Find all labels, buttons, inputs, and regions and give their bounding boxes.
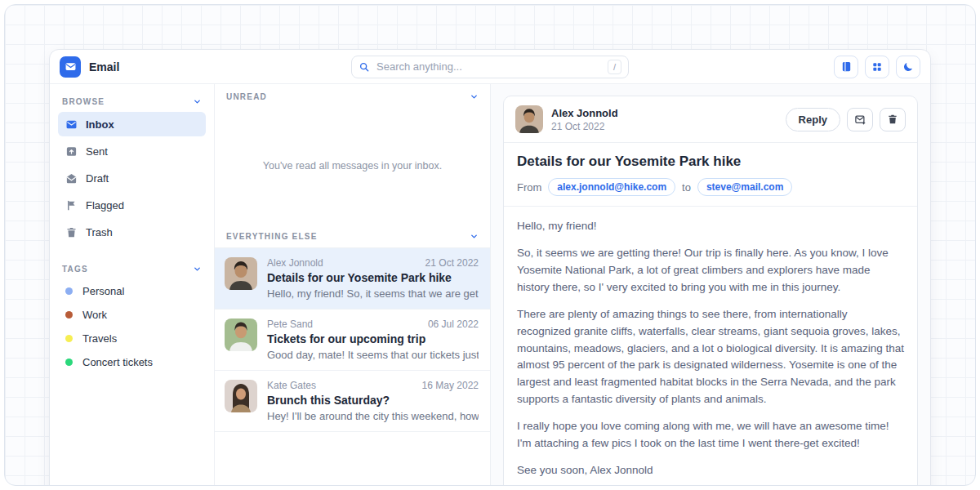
email-list-item-kate[interactable]: Kate Gates 16 May 2022 Brunch this Satur…: [215, 371, 490, 432]
tag-color-dot: [65, 287, 73, 295]
sidebar-item-flagged[interactable]: Flagged: [58, 193, 206, 217]
sidebar-item-label: Inbox: [86, 118, 114, 131]
tag-item-personal[interactable]: Personal: [58, 279, 206, 303]
browse-section-header: Browse: [58, 91, 206, 112]
body-paragraph: Hello, my friend!: [517, 218, 904, 235]
unread-empty-text: You've read all messages in your inbox.: [263, 160, 442, 172]
tag-label: Work: [82, 309, 107, 321]
email-date: 21 Oct 2022: [425, 257, 479, 269]
email-list-column: Unread You've read all messages in your …: [215, 84, 491, 486]
body-paragraph: I really hope you love coming along with…: [517, 418, 904, 452]
brand: Email: [60, 56, 239, 78]
tag-label: Travels: [82, 332, 117, 345]
avatar: [225, 257, 257, 290]
email-date: 06 Jul 2022: [428, 318, 479, 330]
email-subject: Brunch this Saturday?: [267, 394, 479, 407]
detail-subject: Details for our Yosemite Park hike: [517, 154, 904, 170]
sidebar: Browse Inbox Sent Draft: [50, 84, 215, 486]
body-paragraph: So, it seems we are getting there! Our t…: [517, 245, 904, 296]
apps-grid-button[interactable]: [865, 56, 889, 78]
avatar: [225, 380, 257, 412]
email-rows: Alex Jonnold 21 Oct 2022 Details for our…: [215, 247, 490, 432]
from-to-row: From alex.jonnold@hike.com to steve@mail…: [517, 178, 904, 196]
email-list-item-pete[interactable]: Pete Sand 06 Jul 2022 Tickets for our up…: [215, 310, 490, 371]
reply-button[interactable]: Reply: [786, 108, 840, 131]
tag-item-concert-tickets[interactable]: Concert tickets: [58, 350, 206, 374]
tag-label: Concert tickets: [82, 356, 153, 368]
avatar: [515, 105, 543, 133]
email-subject: Details for our Yosemite Park hike: [267, 271, 479, 284]
mail-forward-icon: [854, 114, 866, 126]
header-actions: [741, 56, 920, 78]
dark-mode-moon-button[interactable]: [896, 56, 920, 78]
draft-icon: [65, 172, 78, 185]
email-detail-card: Alex Jonnold 21 Oct 2022 Reply: [503, 96, 918, 486]
sent-icon: [65, 145, 78, 158]
detail-header: Alex Jonnold 21 Oct 2022 Reply: [504, 96, 917, 142]
to-address-chip[interactable]: steve@mail.com: [697, 178, 792, 196]
email-list-item-alex[interactable]: Alex Jonnold 21 Oct 2022 Details for our…: [215, 248, 490, 310]
app-title: Email: [89, 60, 119, 74]
app-header: Email /: [50, 50, 930, 84]
main-layout: Browse Inbox Sent Draft: [50, 84, 930, 486]
sidebar-item-label: Sent: [86, 145, 108, 158]
subject-block: Details for our Yosemite Park hike From …: [504, 143, 917, 206]
inbox-icon: [65, 118, 78, 131]
email-preview: Good day, mate! It seems that our ticket…: [267, 349, 479, 361]
sidebar-item-draft[interactable]: Draft: [58, 166, 206, 190]
search-bar[interactable]: /: [351, 56, 629, 78]
email-sender: Alex Jonnold: [267, 257, 323, 269]
tags-label: Tags: [62, 265, 88, 274]
email-sender: Kate Gates: [267, 380, 316, 391]
search-area: /: [239, 56, 741, 78]
trash-icon: [65, 226, 78, 238]
avatar: [225, 318, 257, 351]
book-button[interactable]: [834, 56, 858, 78]
search-input[interactable]: [376, 60, 601, 73]
search-icon: [359, 61, 370, 73]
tag-color-dot: [65, 335, 73, 342]
page-background: Email /: [4, 4, 976, 486]
unread-section-header: Unread: [215, 84, 490, 108]
detail-sender-name: Alex Jonnold: [551, 107, 618, 119]
from-label: From: [517, 181, 541, 194]
tag-color-dot: [65, 311, 73, 318]
email-preview: Hello, my friend! So, it seems that we a…: [267, 287, 479, 300]
unread-empty-state: You've read all messages in your inbox.: [215, 108, 490, 224]
forward-email-button[interactable]: [847, 108, 873, 131]
email-logo-icon: [60, 56, 81, 78]
body-paragraph: See you soon, Alex Jonnold: [517, 462, 904, 479]
email-body: Hello, my friend! So, it seems we are ge…: [504, 207, 917, 486]
tag-label: Personal: [82, 285, 124, 297]
delete-email-button[interactable]: [880, 108, 906, 131]
tags-chevron-down-icon[interactable]: [193, 265, 202, 274]
trash-icon: [887, 114, 898, 125]
sidebar-item-trash[interactable]: Trash: [58, 220, 206, 244]
email-subject: Tickets for our upcoming trip: [267, 332, 479, 345]
sidebar-item-label: Draft: [86, 172, 109, 185]
to-label: to: [682, 181, 691, 194]
body-paragraph: There are plenty of amazing things to se…: [517, 306, 904, 409]
sidebar-item-inbox[interactable]: Inbox: [58, 112, 206, 136]
unread-chevron-down-icon[interactable]: [470, 92, 479, 101]
unread-label: Unread: [226, 92, 267, 101]
browse-label: Browse: [62, 97, 105, 106]
browse-chevron-down-icon[interactable]: [193, 97, 202, 106]
email-date: 16 May 2022: [422, 380, 479, 391]
sidebar-item-sent[interactable]: Sent: [58, 139, 206, 163]
from-address-chip[interactable]: alex.jonnold@hike.com: [548, 178, 675, 196]
flag-icon: [65, 199, 78, 212]
email-sender: Pete Sand: [267, 318, 313, 330]
search-shortcut-badge: /: [608, 60, 621, 74]
email-preview: Hey! I'll be around the city this weeken…: [267, 410, 479, 422]
everything-else-section-header: Everything else: [215, 224, 490, 247]
tags-section-header: Tags: [58, 258, 206, 279]
tag-item-travels[interactable]: Travels: [58, 327, 206, 350]
tag-color-dot: [65, 359, 73, 366]
email-detail-panel: Alex Jonnold 21 Oct 2022 Reply: [491, 84, 930, 486]
everything-else-label: Everything else: [226, 232, 318, 241]
everything-else-chevron-down-icon[interactable]: [470, 232, 479, 241]
tag-item-work[interactable]: Work: [58, 303, 206, 327]
email-app-window: Email /: [49, 49, 931, 486]
sidebar-item-label: Flagged: [86, 199, 124, 212]
